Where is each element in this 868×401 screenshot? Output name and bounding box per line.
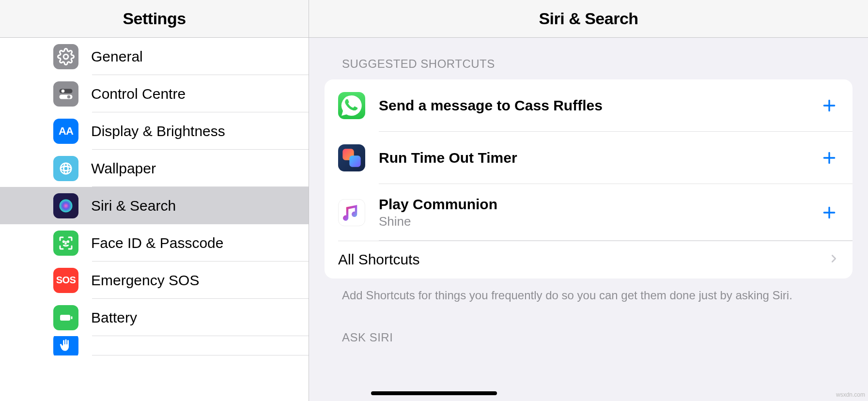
ask-siri-header: ASK SIRI xyxy=(342,331,852,344)
sidebar-item-label: Display & Brightness xyxy=(91,123,225,139)
shortcut-text: Play Communion Shine xyxy=(379,196,820,229)
add-shortcut-button[interactable] xyxy=(820,203,839,222)
sidebar-item-general[interactable]: General xyxy=(0,38,309,75)
watermark: wsxdn.com xyxy=(836,391,865,398)
shortcut-row-music[interactable]: Play Communion Shine xyxy=(325,184,852,241)
sidebar-item-wallpaper[interactable]: Wallpaper xyxy=(0,150,309,187)
sidebar-title: Settings xyxy=(123,9,186,28)
sidebar-item-display-brightness[interactable]: AA Display & Brightness xyxy=(0,112,309,150)
svg-point-4 xyxy=(67,95,71,98)
sidebar-item-label: Face ID & Passcode xyxy=(91,235,223,251)
add-shortcut-button[interactable] xyxy=(820,96,839,115)
sidebar-item-label: Control Centre xyxy=(91,86,186,102)
sidebar-item-face-id-passcode[interactable]: Face ID & Passcode xyxy=(0,224,309,262)
sidebar-item-label: Emergency SOS xyxy=(91,272,199,289)
gear-icon xyxy=(53,44,78,69)
svg-rect-13 xyxy=(349,155,360,167)
shortcut-text: Send a message to Cass Ruffles xyxy=(379,97,820,114)
detail-pane: Siri & Search SUGGESTED SHORTCUTS Send a… xyxy=(309,0,868,401)
svg-point-8 xyxy=(63,241,64,242)
music-icon xyxy=(338,199,365,226)
chevron-right-icon xyxy=(828,253,839,266)
home-indicator[interactable] xyxy=(371,391,497,395)
sidebar-item-label: Wallpaper xyxy=(91,160,156,177)
shortcut-text: Run Time Out Timer xyxy=(379,149,820,167)
svg-point-0 xyxy=(63,54,68,59)
battery-icon xyxy=(53,305,78,330)
settings-sidebar: Settings General Control Centre AA Displ… xyxy=(0,0,309,401)
svg-point-6 xyxy=(61,163,72,174)
toggles-icon xyxy=(53,81,78,107)
hand-icon xyxy=(53,336,78,355)
shortcut-title: Play Communion xyxy=(379,196,820,213)
sidebar-item-control-centre[interactable]: Control Centre xyxy=(0,75,309,112)
detail-header: Siri & Search xyxy=(309,0,868,38)
suggested-shortcuts-card: Send a message to Cass Ruffles Run Time … xyxy=(325,79,852,278)
sidebar-header: Settings xyxy=(0,0,309,38)
svg-rect-10 xyxy=(60,315,70,321)
sidebar-item-label: General xyxy=(91,48,143,65)
detail-content[interactable]: SUGGESTED SHORTCUTS Send a message to Ca… xyxy=(309,38,868,401)
sos-icon: SOS xyxy=(53,268,78,293)
svg-rect-3 xyxy=(60,94,73,99)
whatsapp-icon xyxy=(338,92,365,119)
display-icon: AA xyxy=(53,119,78,144)
svg-rect-11 xyxy=(71,316,73,319)
shortcut-title: Send a message to Cass Ruffles xyxy=(379,97,820,114)
svg-point-9 xyxy=(67,241,68,242)
svg-point-7 xyxy=(60,199,73,212)
all-shortcuts-row[interactable]: All Shortcuts xyxy=(325,241,852,278)
svg-rect-1 xyxy=(60,89,73,93)
face-id-icon xyxy=(53,231,78,256)
sidebar-item-siri-search[interactable]: Siri & Search xyxy=(0,187,309,224)
shortcut-row-timer[interactable]: Run Time Out Timer xyxy=(325,132,852,184)
sidebar-item-battery[interactable]: Battery xyxy=(0,299,309,336)
settings-list: General Control Centre AA Display & Brig… xyxy=(0,38,309,401)
sidebar-item-emergency-sos[interactable]: SOS Emergency SOS xyxy=(0,262,309,299)
svg-point-2 xyxy=(62,89,65,93)
all-shortcuts-label: All Shortcuts xyxy=(338,251,828,268)
detail-title: Siri & Search xyxy=(539,9,638,28)
sidebar-item-label: Battery xyxy=(91,309,137,326)
shortcut-subtitle: Shine xyxy=(379,214,820,229)
wallpaper-icon xyxy=(53,156,78,181)
siri-icon xyxy=(53,193,78,218)
add-shortcut-button[interactable] xyxy=(820,148,839,168)
shortcut-title: Run Time Out Timer xyxy=(379,149,820,167)
sidebar-item-label: Siri & Search xyxy=(91,198,176,214)
suggested-shortcuts-header: SUGGESTED SHORTCUTS xyxy=(342,57,852,71)
shortcuts-icon xyxy=(338,144,365,171)
shortcut-row-whatsapp[interactable]: Send a message to Cass Ruffles xyxy=(325,79,852,132)
suggested-shortcuts-footer: Add Shortcuts for things you frequently … xyxy=(342,287,835,304)
sidebar-item-partial[interactable] xyxy=(0,336,309,355)
